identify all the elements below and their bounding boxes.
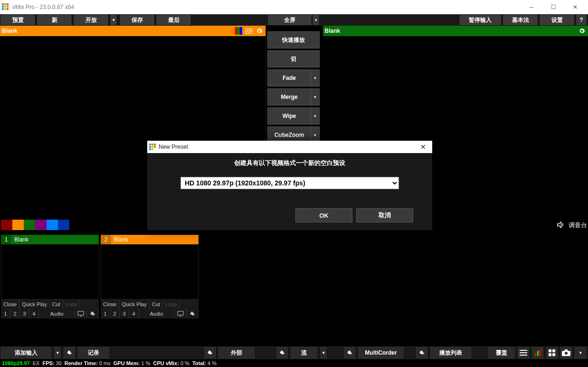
color-swatch-4[interactable]	[47, 220, 58, 230]
open-button[interactable]: 开放	[73, 14, 109, 26]
status-gpumem-label: GPU Mem:	[114, 360, 140, 366]
input-preview[interactable]	[101, 244, 199, 299]
window-maximize-button[interactable]: ☐	[542, 0, 564, 14]
fade-button[interactable]: Fade	[267, 69, 311, 87]
fullscreen-button-group: 全屏	[267, 14, 320, 26]
grid-icon[interactable]	[545, 346, 559, 359]
preset-button[interactable]: 预置	[0, 14, 36, 26]
input-gear-icon[interactable]	[87, 309, 99, 319]
external-gear-icon[interactable]	[203, 346, 217, 359]
preset-format-select[interactable]: HD 1080 29.97p (1920x1080, 29.97 fps)	[180, 177, 399, 189]
camera-dropdown[interactable]	[574, 346, 587, 359]
dialog-titlebar[interactable]: New Preset ✕	[147, 141, 432, 153]
wipe-dropdown[interactable]	[311, 107, 320, 125]
camera-icon[interactable]	[560, 346, 573, 359]
wipe-button[interactable]: Wipe	[267, 107, 311, 125]
multicorder-gear-icon[interactable]	[343, 346, 356, 359]
quickplay-button[interactable]: 快速播放	[267, 31, 320, 48]
fullscreen-button[interactable]: 全屏	[267, 14, 312, 26]
input-cut-button[interactable]: Cut	[50, 299, 63, 309]
stream-button[interactable]: 流	[290, 346, 318, 359]
input-overlay-2[interactable]: 2	[10, 309, 20, 319]
external-button[interactable]: 外部	[218, 346, 256, 359]
input-close-button[interactable]: Close	[1, 299, 19, 309]
svg-rect-4	[7, 3, 9, 5]
preview-layout-icon[interactable]	[245, 27, 253, 35]
input-audio-button[interactable]: Audio	[139, 309, 175, 319]
levels-icon[interactable]	[531, 346, 544, 359]
output-gear-icon[interactable]	[578, 27, 586, 35]
playlist-gear-icon[interactable]	[415, 346, 428, 359]
merge-button[interactable]: Merge	[267, 88, 311, 106]
open-dropdown[interactable]	[110, 14, 117, 26]
merge-dropdown[interactable]	[311, 88, 320, 106]
input-monitor-icon[interactable]	[175, 309, 187, 319]
input-header[interactable]: 2Blank	[101, 235, 199, 244]
input-close-button[interactable]: Close	[101, 299, 119, 309]
input-quickplay-button[interactable]: Quick Play	[119, 299, 150, 309]
input-preview[interactable]	[1, 244, 99, 299]
color-swatch-1[interactable]	[12, 220, 24, 230]
color-swatch-3[interactable]	[35, 220, 47, 230]
record-gear-icon[interactable]	[63, 346, 76, 359]
input-loop-button[interactable]: Loop	[63, 299, 80, 309]
overlay-color-swatches	[1, 220, 69, 230]
window-close-button[interactable]: ✕	[564, 0, 586, 14]
dialog-cancel-button[interactable]: 取消	[356, 208, 413, 222]
add-input-button[interactable]: 添加输入	[0, 346, 52, 359]
last-button[interactable]: 最后	[156, 14, 191, 26]
settings-button[interactable]: 设置	[539, 14, 575, 26]
new-button[interactable]: 新	[37, 14, 72, 26]
status-rendertime: 0 ms	[99, 360, 111, 366]
input-audio-button[interactable]: Audio	[39, 309, 75, 319]
input-cut-button[interactable]: Cut	[150, 299, 163, 309]
svg-rect-20	[520, 350, 527, 351]
input-header[interactable]: 1Blank	[1, 235, 99, 244]
input-overlay-3[interactable]: 3	[20, 309, 29, 319]
help-button[interactable]: ?	[576, 14, 587, 26]
fullscreen-dropdown[interactable]	[312, 14, 320, 26]
hamburger-icon[interactable]	[517, 346, 530, 359]
status-total: 4 %	[208, 360, 217, 366]
playlist-button[interactable]: 播放列表	[429, 346, 472, 359]
input-overlay-1[interactable]: 1	[101, 309, 110, 319]
fade-dropdown[interactable]	[311, 69, 320, 87]
stream-gear-icon[interactable]	[275, 346, 289, 359]
input-gear-icon[interactable]	[187, 309, 199, 319]
basic-button[interactable]: 基本法	[503, 14, 538, 26]
dialog-logo-icon	[149, 144, 156, 150]
dialog-close-button[interactable]: ✕	[416, 143, 430, 151]
speaker-icon[interactable]	[556, 221, 565, 231]
preview-gear-icon[interactable]	[255, 27, 264, 35]
record-button[interactable]: 记录	[77, 346, 110, 359]
input-overlay-1[interactable]: 1	[1, 309, 10, 319]
preview-colorbars-icon[interactable]	[234, 27, 243, 35]
status-cpuvmix-label: CPU vMix:	[153, 360, 179, 366]
add-input-dropdown[interactable]	[53, 346, 62, 359]
audio-mixer-button[interactable]: 调音台	[569, 221, 587, 230]
pause-input-button[interactable]: 暂停输入	[459, 14, 502, 26]
svg-rect-8	[7, 8, 9, 10]
color-swatch-2[interactable]	[24, 220, 35, 230]
window-minimize-button[interactable]: ─	[521, 0, 542, 14]
stream-dropdown[interactable]	[319, 346, 328, 359]
svg-rect-3	[4, 6, 6, 8]
status-resolution: 1080p29.97	[2, 360, 30, 366]
dialog-ok-button[interactable]: OK	[295, 208, 352, 222]
input-overlay-4[interactable]: 4	[29, 309, 39, 319]
multicorder-button[interactable]: MultiCorder	[357, 346, 405, 359]
input-overlay-3[interactable]: 3	[120, 309, 129, 319]
color-swatch-5[interactable]	[58, 220, 69, 230]
inputs-row: 1BlankCloseQuick PlayCutLoop1234Audio2Bl…	[1, 235, 199, 319]
cut-button[interactable]: 切	[267, 50, 320, 68]
overlay-button[interactable]: 覆盖	[487, 346, 516, 359]
input-overlay-2[interactable]: 2	[110, 309, 120, 319]
input-quickplay-button[interactable]: Quick Play	[19, 299, 50, 309]
color-swatch-0[interactable]	[1, 220, 12, 230]
preview-header: Blank	[0, 26, 266, 36]
input-monitor-icon[interactable]	[75, 309, 87, 319]
input-loop-button[interactable]: Loop	[163, 299, 180, 309]
input-overlay-4[interactable]: 4	[129, 309, 139, 319]
save-button[interactable]: 保存	[119, 14, 155, 26]
svg-point-32	[565, 352, 568, 355]
